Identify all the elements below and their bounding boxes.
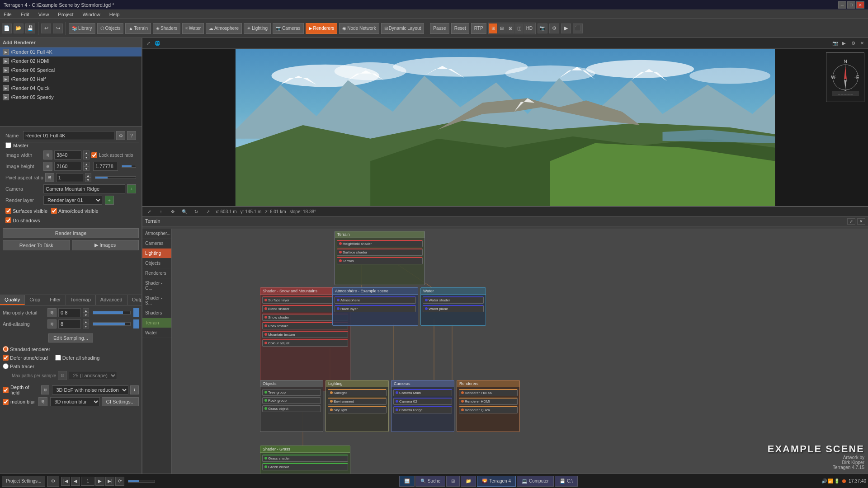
menu-view[interactable]: View <box>37 12 51 17</box>
tab-tonemap[interactable]: Tonemap <box>66 295 96 305</box>
vp-nav-icon[interactable]: ↑ <box>157 208 165 216</box>
reset-button[interactable]: Reset <box>451 23 469 34</box>
minimize-button[interactable]: ─ <box>838 1 846 9</box>
frame-loop-btn[interactable]: ⟳ <box>115 477 124 486</box>
image-width-input[interactable] <box>54 150 81 160</box>
tray-icon-1[interactable]: 🔊 <box>821 479 827 483</box>
atm-node-2[interactable]: Haze layer <box>335 305 416 312</box>
aa-down[interactable]: ▼ <box>83 324 89 328</box>
objects-button[interactable]: ⬡ Objects <box>97 23 124 34</box>
save-icon[interactable]: 💾 <box>25 23 35 33</box>
micropoly-slider[interactable] <box>93 311 131 314</box>
pixel-aspect-input[interactable] <box>56 173 83 182</box>
frame-input[interactable] <box>81 477 94 486</box>
do-shadows-check-label[interactable]: Do shadows <box>5 217 40 223</box>
nav-item-cameras[interactable]: Cameras <box>142 239 171 249</box>
atmosphere-button[interactable]: ☁ Atmosphere <box>206 23 242 34</box>
view-btn-1[interactable]: ⊞ <box>489 23 497 33</box>
nav-item-lighting[interactable]: Lighting <box>142 249 171 258</box>
md-up[interactable]: ▲ <box>83 308 89 313</box>
nav-item-shaders[interactable]: Shaders <box>142 308 171 318</box>
tab-quality[interactable]: Quality <box>0 295 25 305</box>
paths-link-btn[interactable]: ⛓ <box>58 371 67 380</box>
camera-input[interactable] <box>43 184 125 193</box>
tab-crop[interactable]: Crop <box>25 295 45 305</box>
water-button[interactable]: ≈ Water <box>182 23 204 34</box>
dof-mode-select[interactable]: 3D DoF with noise reduction <box>52 385 128 394</box>
view-btn-3[interactable]: ⊠ <box>506 23 514 33</box>
renderer-item-5[interactable]: ▶ /Render 05 Speedy <box>0 93 142 102</box>
dynamic-layout-button[interactable]: ⊟ Dynamic Layout <box>381 23 425 34</box>
nav-item-renderers[interactable]: Renderers <box>142 268 171 278</box>
micropoly-input[interactable] <box>58 308 81 317</box>
vp-render-icon[interactable]: ▶ <box>840 39 848 47</box>
taskbar-app-computer[interactable]: 💻 Computer <box>517 476 554 487</box>
maximize-button[interactable]: □ <box>847 1 855 9</box>
camera-add-btn[interactable]: + <box>127 184 136 193</box>
vp-select-icon[interactable]: ↗ <box>204 208 212 216</box>
name-help-btn[interactable]: ? <box>127 131 136 140</box>
taskbar-app-drive[interactable]: 💾 C:\ <box>555 476 578 487</box>
dof-checkbox[interactable] <box>3 387 9 393</box>
tab-output[interactable]: Output <box>127 295 142 305</box>
shader-node-5[interactable]: Mountain texture <box>262 331 348 338</box>
light-node-3[interactable]: Sky light <box>328 406 387 413</box>
pause-button[interactable]: Pause <box>430 23 449 34</box>
rl-add-btn[interactable]: + <box>105 196 114 205</box>
ih-link-btn[interactable]: ⛓ <box>43 162 52 171</box>
light-node-1[interactable]: Sunlight <box>328 389 387 396</box>
nav-item-objects[interactable]: Objects <box>142 258 171 268</box>
vp-pan-icon[interactable]: ✥ <box>169 208 177 216</box>
render-image-button[interactable]: Render Image <box>3 228 139 238</box>
terrain-button[interactable]: ▲ Terrain <box>125 23 151 34</box>
rend-node-3[interactable]: Renderer Quick <box>459 406 518 413</box>
frame-prev-btn[interactable]: ◀ <box>71 477 80 486</box>
obj-node-3[interactable]: Grass object <box>262 405 321 412</box>
taskbar-app-explorer[interactable]: 📁 <box>461 476 476 487</box>
node-editor-close-btn[interactable]: ✕ <box>857 218 865 225</box>
master-checkbox[interactable] <box>5 142 11 148</box>
node-canvas[interactable]: Terrain Heightfield shader Surface shade… <box>172 229 868 474</box>
renderer-item-2[interactable]: ▶ /Render 06 Sperical <box>0 66 142 75</box>
view-btn-2[interactable]: ⊟ <box>498 23 506 33</box>
terrain-node-2[interactable]: Surface shader <box>337 249 423 256</box>
name-settings-btn[interactable]: ⚙ <box>116 131 125 140</box>
rtp-button[interactable]: RTP <box>471 23 486 34</box>
iw-up-btn[interactable]: ▲ <box>83 150 90 155</box>
renderer-item-4[interactable]: ▶ /Render 04 Quick <box>0 84 142 93</box>
renderer-item-0[interactable]: ▶ /Render 01 Full 4K <box>0 47 142 56</box>
menu-window[interactable]: Window <box>81 12 102 17</box>
aspect-slider[interactable] <box>122 165 136 168</box>
open-file-icon[interactable]: 📂 <box>14 23 24 33</box>
standard-renderer-label[interactable]: Standard renderer <box>3 346 50 352</box>
defer-atmo-checkbox[interactable] <box>3 355 9 361</box>
pa-down-btn[interactable]: ▼ <box>85 178 91 182</box>
renderer-item-1[interactable]: ▶ /Render 02 HDMI <box>0 56 142 66</box>
library-button[interactable]: 📚 Library <box>69 23 95 34</box>
defer-all-shading-checkbox[interactable] <box>55 355 61 361</box>
vp-cam-icon[interactable]: 📷 <box>831 39 839 47</box>
aa-link-btn[interactable]: ⛓ <box>47 319 57 328</box>
render-layer-select[interactable]: Render layer 01 <box>43 196 102 205</box>
aa-input[interactable] <box>58 319 81 328</box>
water-node-2[interactable]: Water plane <box>423 305 484 312</box>
do-shadows-checkbox[interactable] <box>5 217 11 223</box>
atmo-cloud-check-label[interactable]: Atmo/cloud visible <box>51 208 99 214</box>
pa-up-btn[interactable]: ▲ <box>85 173 91 178</box>
stop-icon[interactable]: ⬛ <box>573 23 583 33</box>
vp-globe-icon[interactable]: 🌐 <box>153 39 161 47</box>
grass-node-2[interactable]: Green colour <box>262 463 348 470</box>
frame-start-btn[interactable]: |◀ <box>61 477 70 486</box>
vp-status-expand[interactable]: ⤢ <box>145 208 153 216</box>
cam-node-2[interactable]: Camera 02 <box>393 398 452 405</box>
view-btn-4[interactable]: ◫ <box>515 23 524 33</box>
iw-link-btn[interactable]: ⛓ <box>43 150 52 160</box>
renderers-button[interactable]: ▶ Renderers <box>306 23 338 34</box>
nav-item-water[interactable]: Water <box>142 328 171 338</box>
max-paths-select[interactable]: 25 (Landscape) <box>69 371 117 380</box>
frame-play-btn[interactable]: ▶ <box>95 477 104 486</box>
defer-all-shading-label[interactable]: Defer all shading <box>55 355 100 361</box>
nav-item-atmospher[interactable]: Atmospher... <box>142 229 171 239</box>
frame-end-btn[interactable]: ▶| <box>105 477 114 486</box>
edit-sampling-button[interactable]: Edit Sampling... <box>48 333 93 343</box>
